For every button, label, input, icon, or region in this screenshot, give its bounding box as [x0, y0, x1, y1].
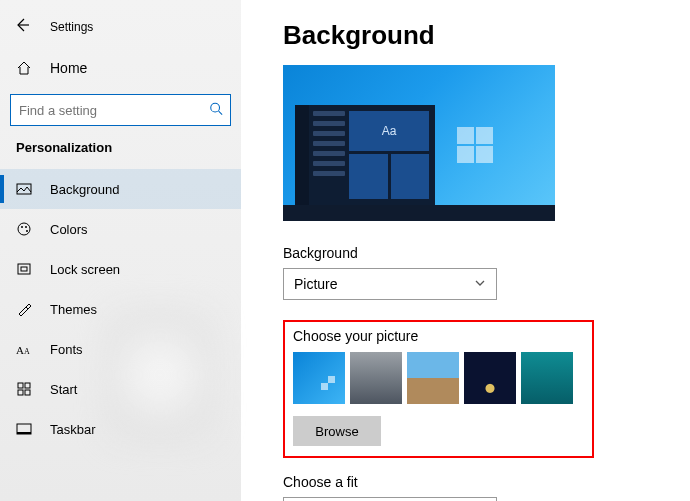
svg-rect-15 — [17, 432, 31, 434]
svg-rect-7 — [21, 267, 27, 271]
main-content: Background Aa Background Picture Choose … — [241, 0, 690, 501]
nav-lockscreen[interactable]: Lock screen — [0, 249, 241, 289]
nav-label: Taskbar — [50, 422, 96, 437]
choose-fit-label: Choose a fit — [283, 474, 690, 490]
windows-logo-icon — [457, 127, 493, 163]
search-box[interactable] — [10, 94, 231, 126]
picture-thumbnail[interactable] — [293, 352, 345, 404]
nav-colors[interactable]: Colors — [0, 209, 241, 249]
nav-taskbar[interactable]: Taskbar — [0, 409, 241, 449]
section-title: Personalization — [0, 140, 241, 169]
picture-thumbnail[interactable] — [407, 352, 459, 404]
svg-point-5 — [26, 230, 28, 232]
picture-thumbnails — [293, 352, 584, 404]
svg-rect-10 — [18, 383, 23, 388]
nav-label: Colors — [50, 222, 88, 237]
choose-picture-section: Choose your picture Browse — [283, 320, 594, 458]
picture-thumbnail[interactable] — [350, 352, 402, 404]
svg-point-3 — [21, 226, 23, 228]
settings-label: Settings — [50, 20, 93, 34]
select-value: Picture — [294, 276, 338, 292]
sidebar: Settings Home Personalization Background… — [0, 0, 241, 501]
svg-rect-12 — [18, 390, 23, 395]
nav-label: Start — [50, 382, 77, 397]
svg-text:A: A — [24, 347, 30, 356]
back-icon[interactable] — [14, 17, 30, 37]
nav-start[interactable]: Start — [0, 369, 241, 409]
home-label: Home — [50, 60, 87, 76]
lockscreen-icon — [16, 261, 32, 277]
preview-tile-aa: Aa — [349, 111, 429, 151]
page-title: Background — [283, 20, 690, 51]
picture-icon — [16, 181, 32, 197]
taskbar-icon — [16, 421, 32, 437]
nav-label: Background — [50, 182, 119, 197]
fit-select[interactable]: Fill — [283, 497, 497, 501]
home-icon — [16, 60, 32, 76]
nav-background[interactable]: Background — [0, 169, 241, 209]
svg-rect-11 — [25, 383, 30, 388]
svg-point-4 — [25, 226, 27, 228]
background-label: Background — [283, 245, 690, 261]
nav-themes[interactable]: Themes — [0, 289, 241, 329]
svg-point-2 — [18, 223, 30, 235]
svg-rect-13 — [25, 390, 30, 395]
start-menu-preview: Aa — [295, 105, 435, 205]
fonts-icon: AA — [16, 341, 32, 357]
start-icon — [16, 381, 32, 397]
nav-fonts[interactable]: AA Fonts — [0, 329, 241, 369]
browse-button[interactable]: Browse — [293, 416, 381, 446]
background-type-select[interactable]: Picture — [283, 268, 497, 300]
svg-rect-6 — [18, 264, 30, 274]
nav-home[interactable]: Home — [0, 50, 241, 86]
picture-thumbnail[interactable] — [521, 352, 573, 404]
nav-label: Lock screen — [50, 262, 120, 277]
picture-thumbnail[interactable] — [464, 352, 516, 404]
search-input[interactable] — [10, 94, 231, 126]
nav-label: Themes — [50, 302, 97, 317]
chevron-down-icon — [474, 278, 486, 290]
svg-text:A: A — [16, 344, 24, 356]
nav-label: Fonts — [50, 342, 83, 357]
palette-icon — [16, 221, 32, 237]
choose-picture-label: Choose your picture — [293, 328, 584, 344]
desktop-preview: Aa — [283, 65, 555, 221]
themes-icon — [16, 301, 32, 317]
